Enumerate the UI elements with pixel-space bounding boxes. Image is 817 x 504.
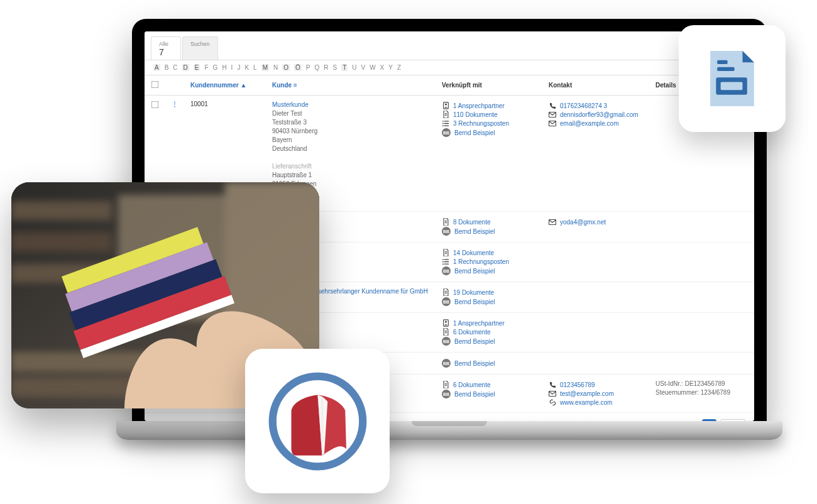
linked-item[interactable]: 8 Dokumente bbox=[442, 218, 536, 226]
linked-item[interactable]: 14 Dokumente bbox=[442, 249, 536, 256]
cell-verknuepft: 14 Dokumente1 RechnungspostenBBBernd Bei… bbox=[436, 243, 542, 282]
row-checkbox[interactable] bbox=[151, 101, 159, 109]
svg-point-2 bbox=[442, 120, 444, 121]
linked-item[interactable]: 19 Dokumente bbox=[442, 288, 536, 296]
linked-item[interactable]: BBBernd Beispiel bbox=[442, 266, 536, 275]
alpha-M[interactable]: M bbox=[261, 64, 269, 71]
alpha-C[interactable]: C bbox=[173, 64, 177, 71]
alpha-R[interactable]: R bbox=[324, 64, 328, 71]
linked-item[interactable]: BBBernd Beispiel bbox=[442, 390, 536, 398]
linked-item[interactable]: 3 Rechnungsposten bbox=[442, 119, 536, 127]
cell-kontakt bbox=[542, 282, 649, 313]
alphabet-filter: ABCDEFGHIJKLMNOÖPQRSTUVWXYZ bbox=[145, 60, 754, 75]
alpha-N[interactable]: N bbox=[273, 64, 278, 71]
doc-icon bbox=[442, 218, 449, 226]
alpha-E[interactable]: E bbox=[194, 64, 200, 71]
alpha-W[interactable]: W bbox=[370, 64, 375, 71]
select-all-checkbox[interactable] bbox=[151, 81, 159, 89]
linked-item[interactable]: 1 Ansprechpartner bbox=[442, 319, 536, 327]
svg-rect-29 bbox=[717, 67, 735, 71]
alpha-F[interactable]: F bbox=[204, 64, 208, 71]
linked-item[interactable]: 6 Dokumente bbox=[442, 328, 536, 336]
alpha-D[interactable]: D bbox=[182, 64, 189, 71]
mail-icon bbox=[549, 390, 556, 397]
cell-verknuepft: 8 DokumenteBBBernd Beispiel bbox=[436, 212, 542, 243]
alpha-L[interactable]: L bbox=[253, 64, 257, 71]
linked-item[interactable]: BBBernd Beispiel bbox=[442, 128, 536, 137]
col-kundennummer[interactable]: Kundennummer ▲ bbox=[184, 75, 266, 96]
linked-item[interactable]: 110 Dokumente bbox=[442, 111, 536, 118]
cell-kontakt: 0123456789test@example.comwww.example.co… bbox=[542, 375, 649, 413]
alpha-Q[interactable]: Q bbox=[314, 64, 319, 71]
list-icon bbox=[442, 258, 449, 265]
tab-alle[interactable]: Alle 7 bbox=[151, 36, 181, 60]
contact-item[interactable]: 0123456789 bbox=[549, 381, 643, 388]
cell-kontakt bbox=[542, 353, 649, 375]
book-logo-badge bbox=[245, 349, 390, 493]
cell-details: USt-IdNr.: DE123456789Steuernummer: 1234… bbox=[649, 375, 754, 413]
alpha-Ö[interactable]: Ö bbox=[294, 64, 302, 71]
svg-point-4 bbox=[442, 125, 444, 126]
contact-item[interactable]: yoda4@gmx.net bbox=[549, 218, 643, 226]
mail-icon bbox=[549, 111, 556, 118]
contact-item[interactable]: www.example.com bbox=[549, 398, 643, 406]
alpha-J[interactable]: J bbox=[237, 64, 240, 71]
alpha-X[interactable]: X bbox=[380, 64, 385, 71]
page-current[interactable]: 1 bbox=[702, 419, 717, 421]
alpha-I[interactable]: I bbox=[231, 64, 233, 71]
contact-item[interactable]: 017623468274 3 bbox=[549, 102, 643, 109]
mail-icon bbox=[549, 218, 556, 226]
alpha-V[interactable]: V bbox=[361, 64, 365, 71]
linked-item[interactable]: BBBernd Beispiel bbox=[442, 359, 536, 368]
contact-item[interactable]: test@example.com bbox=[549, 390, 643, 397]
svg-point-10 bbox=[442, 263, 444, 265]
avatar-badge: BB bbox=[442, 390, 451, 398]
customer-name-link[interactable]: Musterkunde bbox=[272, 101, 429, 109]
svg-point-8 bbox=[442, 258, 444, 260]
cell-kontakt bbox=[542, 313, 649, 353]
alpha-P[interactable]: P bbox=[306, 64, 310, 71]
alpha-U[interactable]: U bbox=[352, 64, 356, 71]
tabs: Alle 7 Suchen bbox=[145, 31, 754, 60]
avatar-badge: BB bbox=[442, 359, 451, 368]
linked-item[interactable]: 1 Ansprechpartner bbox=[442, 102, 536, 109]
alpha-A[interactable]: A bbox=[153, 64, 160, 71]
svg-rect-15 bbox=[11, 201, 112, 220]
phone-icon bbox=[549, 381, 556, 388]
alpha-O[interactable]: O bbox=[282, 64, 290, 71]
linked-item[interactable]: BBBernd Beispiel bbox=[442, 227, 536, 236]
alpha-K[interactable]: K bbox=[244, 64, 249, 71]
alpha-Z[interactable]: Z bbox=[397, 64, 401, 71]
alpha-G[interactable]: G bbox=[213, 64, 218, 71]
tab-suchen[interactable]: Suchen bbox=[182, 36, 218, 60]
linked-item[interactable]: BBBernd Beispiel bbox=[442, 297, 536, 306]
alpha-H[interactable]: H bbox=[222, 64, 226, 71]
link-icon bbox=[549, 398, 556, 406]
svg-rect-11 bbox=[443, 320, 448, 326]
linked-item[interactable]: 1 Rechnungsposten bbox=[442, 258, 536, 265]
page-size[interactable]: 10 ▾ bbox=[720, 419, 745, 421]
avatar-badge: BB bbox=[442, 266, 451, 275]
row-menu-icon[interactable]: ⋮ bbox=[172, 101, 178, 107]
cell-details bbox=[649, 243, 754, 282]
avatar-badge: BB bbox=[442, 297, 451, 306]
alpha-S[interactable]: S bbox=[332, 64, 337, 71]
tab-alle-count: 7 bbox=[159, 47, 173, 57]
alpha-B[interactable]: B bbox=[165, 64, 169, 71]
contact-item[interactable]: email@example.com bbox=[549, 119, 643, 127]
alpha-Y[interactable]: Y bbox=[388, 64, 393, 71]
avatar-badge: BB bbox=[442, 337, 451, 346]
contact-item[interactable]: dennisdorfler93@gmail.com bbox=[549, 111, 643, 118]
svg-rect-28 bbox=[717, 60, 728, 64]
alpha-T[interactable]: T bbox=[341, 64, 348, 71]
col-check bbox=[145, 75, 165, 96]
doc-icon bbox=[442, 249, 449, 256]
doc-icon bbox=[442, 381, 449, 388]
tab-suchen-label: Suchen bbox=[190, 41, 210, 47]
linked-item[interactable]: 6 Dokumente bbox=[442, 381, 536, 388]
col-kunde[interactable]: Kunde ≡ bbox=[266, 75, 436, 96]
linked-item[interactable]: BBBernd Beispiel bbox=[442, 337, 536, 346]
cell-verknuepft: 1 Ansprechpartner110 Dokumente3 Rechnung… bbox=[436, 96, 542, 212]
doc-icon bbox=[442, 111, 449, 118]
cell-verknuepft: 1 Ansprechpartner6 DokumenteBBBernd Beis… bbox=[436, 313, 542, 353]
